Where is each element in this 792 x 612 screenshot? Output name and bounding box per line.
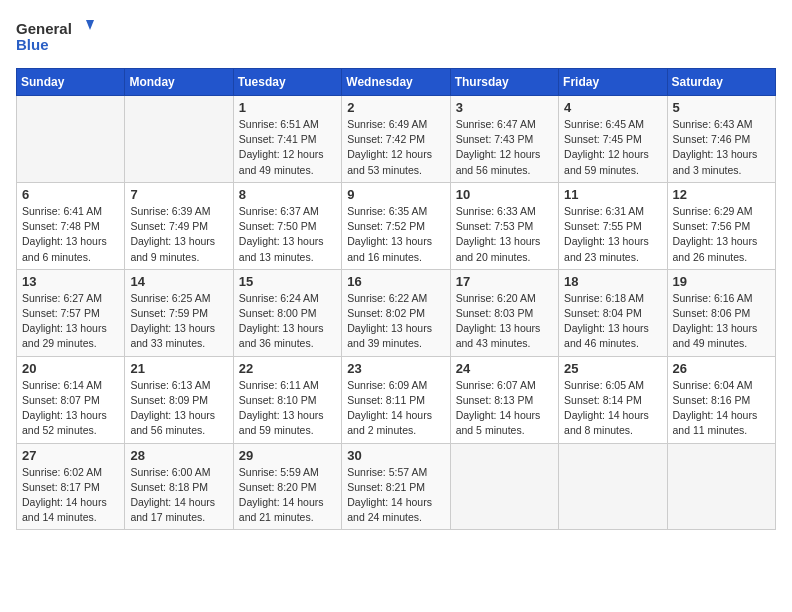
day-number: 27 bbox=[22, 448, 119, 463]
calendar-cell: 6Sunrise: 6:41 AMSunset: 7:48 PMDaylight… bbox=[17, 182, 125, 269]
calendar-week-row: 27Sunrise: 6:02 AMSunset: 8:17 PMDayligh… bbox=[17, 443, 776, 530]
calendar-cell bbox=[559, 443, 667, 530]
day-number: 1 bbox=[239, 100, 336, 115]
day-info: Sunrise: 6:20 AMSunset: 8:03 PMDaylight:… bbox=[456, 291, 553, 352]
calendar-cell: 30Sunrise: 5:57 AMSunset: 8:21 PMDayligh… bbox=[342, 443, 450, 530]
day-info: Sunrise: 6:37 AMSunset: 7:50 PMDaylight:… bbox=[239, 204, 336, 265]
calendar-cell: 28Sunrise: 6:00 AMSunset: 8:18 PMDayligh… bbox=[125, 443, 233, 530]
day-info: Sunrise: 6:24 AMSunset: 8:00 PMDaylight:… bbox=[239, 291, 336, 352]
weekday-header: Wednesday bbox=[342, 69, 450, 96]
day-info: Sunrise: 5:59 AMSunset: 8:20 PMDaylight:… bbox=[239, 465, 336, 526]
weekday-header: Thursday bbox=[450, 69, 558, 96]
day-number: 20 bbox=[22, 361, 119, 376]
day-number: 28 bbox=[130, 448, 227, 463]
day-number: 5 bbox=[673, 100, 770, 115]
day-info: Sunrise: 6:29 AMSunset: 7:56 PMDaylight:… bbox=[673, 204, 770, 265]
day-info: Sunrise: 6:13 AMSunset: 8:09 PMDaylight:… bbox=[130, 378, 227, 439]
day-number: 6 bbox=[22, 187, 119, 202]
day-info: Sunrise: 6:35 AMSunset: 7:52 PMDaylight:… bbox=[347, 204, 444, 265]
day-info: Sunrise: 6:11 AMSunset: 8:10 PMDaylight:… bbox=[239, 378, 336, 439]
day-info: Sunrise: 6:47 AMSunset: 7:43 PMDaylight:… bbox=[456, 117, 553, 178]
calendar-table: SundayMondayTuesdayWednesdayThursdayFrid… bbox=[16, 68, 776, 530]
calendar-cell: 2Sunrise: 6:49 AMSunset: 7:42 PMDaylight… bbox=[342, 96, 450, 183]
calendar-cell: 20Sunrise: 6:14 AMSunset: 8:07 PMDayligh… bbox=[17, 356, 125, 443]
calendar-cell: 21Sunrise: 6:13 AMSunset: 8:09 PMDayligh… bbox=[125, 356, 233, 443]
day-info: Sunrise: 5:57 AMSunset: 8:21 PMDaylight:… bbox=[347, 465, 444, 526]
day-number: 24 bbox=[456, 361, 553, 376]
day-number: 16 bbox=[347, 274, 444, 289]
calendar-cell: 23Sunrise: 6:09 AMSunset: 8:11 PMDayligh… bbox=[342, 356, 450, 443]
day-number: 15 bbox=[239, 274, 336, 289]
calendar-cell: 9Sunrise: 6:35 AMSunset: 7:52 PMDaylight… bbox=[342, 182, 450, 269]
logo-svg: General Blue bbox=[16, 16, 96, 56]
calendar-cell: 12Sunrise: 6:29 AMSunset: 7:56 PMDayligh… bbox=[667, 182, 775, 269]
day-info: Sunrise: 6:18 AMSunset: 8:04 PMDaylight:… bbox=[564, 291, 661, 352]
weekday-header-row: SundayMondayTuesdayWednesdayThursdayFrid… bbox=[17, 69, 776, 96]
day-info: Sunrise: 6:27 AMSunset: 7:57 PMDaylight:… bbox=[22, 291, 119, 352]
day-info: Sunrise: 6:51 AMSunset: 7:41 PMDaylight:… bbox=[239, 117, 336, 178]
calendar-cell: 7Sunrise: 6:39 AMSunset: 7:49 PMDaylight… bbox=[125, 182, 233, 269]
day-info: Sunrise: 6:22 AMSunset: 8:02 PMDaylight:… bbox=[347, 291, 444, 352]
calendar-cell: 27Sunrise: 6:02 AMSunset: 8:17 PMDayligh… bbox=[17, 443, 125, 530]
day-info: Sunrise: 6:16 AMSunset: 8:06 PMDaylight:… bbox=[673, 291, 770, 352]
day-number: 9 bbox=[347, 187, 444, 202]
calendar-cell: 10Sunrise: 6:33 AMSunset: 7:53 PMDayligh… bbox=[450, 182, 558, 269]
day-info: Sunrise: 6:41 AMSunset: 7:48 PMDaylight:… bbox=[22, 204, 119, 265]
day-number: 23 bbox=[347, 361, 444, 376]
day-number: 21 bbox=[130, 361, 227, 376]
calendar-cell: 16Sunrise: 6:22 AMSunset: 8:02 PMDayligh… bbox=[342, 269, 450, 356]
page-header: General Blue bbox=[16, 16, 776, 56]
day-number: 2 bbox=[347, 100, 444, 115]
day-number: 12 bbox=[673, 187, 770, 202]
calendar-cell bbox=[125, 96, 233, 183]
day-number: 14 bbox=[130, 274, 227, 289]
day-info: Sunrise: 6:31 AMSunset: 7:55 PMDaylight:… bbox=[564, 204, 661, 265]
svg-marker-1 bbox=[86, 20, 94, 30]
day-number: 4 bbox=[564, 100, 661, 115]
weekday-header: Monday bbox=[125, 69, 233, 96]
logo: General Blue bbox=[16, 16, 96, 56]
calendar-week-row: 13Sunrise: 6:27 AMSunset: 7:57 PMDayligh… bbox=[17, 269, 776, 356]
calendar-cell: 8Sunrise: 6:37 AMSunset: 7:50 PMDaylight… bbox=[233, 182, 341, 269]
weekday-header: Sunday bbox=[17, 69, 125, 96]
calendar-cell: 24Sunrise: 6:07 AMSunset: 8:13 PMDayligh… bbox=[450, 356, 558, 443]
svg-text:Blue: Blue bbox=[16, 36, 49, 53]
calendar-week-row: 1Sunrise: 6:51 AMSunset: 7:41 PMDaylight… bbox=[17, 96, 776, 183]
calendar-cell: 13Sunrise: 6:27 AMSunset: 7:57 PMDayligh… bbox=[17, 269, 125, 356]
calendar-week-row: 20Sunrise: 6:14 AMSunset: 8:07 PMDayligh… bbox=[17, 356, 776, 443]
day-number: 18 bbox=[564, 274, 661, 289]
weekday-header: Saturday bbox=[667, 69, 775, 96]
day-number: 19 bbox=[673, 274, 770, 289]
day-number: 10 bbox=[456, 187, 553, 202]
calendar-cell: 3Sunrise: 6:47 AMSunset: 7:43 PMDaylight… bbox=[450, 96, 558, 183]
calendar-cell bbox=[17, 96, 125, 183]
calendar-cell: 19Sunrise: 6:16 AMSunset: 8:06 PMDayligh… bbox=[667, 269, 775, 356]
day-info: Sunrise: 6:45 AMSunset: 7:45 PMDaylight:… bbox=[564, 117, 661, 178]
svg-text:General: General bbox=[16, 20, 72, 37]
calendar-cell: 18Sunrise: 6:18 AMSunset: 8:04 PMDayligh… bbox=[559, 269, 667, 356]
weekday-header: Tuesday bbox=[233, 69, 341, 96]
day-info: Sunrise: 6:43 AMSunset: 7:46 PMDaylight:… bbox=[673, 117, 770, 178]
day-info: Sunrise: 6:49 AMSunset: 7:42 PMDaylight:… bbox=[347, 117, 444, 178]
calendar-week-row: 6Sunrise: 6:41 AMSunset: 7:48 PMDaylight… bbox=[17, 182, 776, 269]
day-info: Sunrise: 6:00 AMSunset: 8:18 PMDaylight:… bbox=[130, 465, 227, 526]
day-number: 7 bbox=[130, 187, 227, 202]
calendar-cell bbox=[450, 443, 558, 530]
calendar-cell bbox=[667, 443, 775, 530]
day-number: 25 bbox=[564, 361, 661, 376]
weekday-header: Friday bbox=[559, 69, 667, 96]
day-info: Sunrise: 6:04 AMSunset: 8:16 PMDaylight:… bbox=[673, 378, 770, 439]
calendar-cell: 15Sunrise: 6:24 AMSunset: 8:00 PMDayligh… bbox=[233, 269, 341, 356]
day-number: 3 bbox=[456, 100, 553, 115]
day-info: Sunrise: 6:25 AMSunset: 7:59 PMDaylight:… bbox=[130, 291, 227, 352]
day-info: Sunrise: 6:33 AMSunset: 7:53 PMDaylight:… bbox=[456, 204, 553, 265]
calendar-cell: 29Sunrise: 5:59 AMSunset: 8:20 PMDayligh… bbox=[233, 443, 341, 530]
calendar-cell: 26Sunrise: 6:04 AMSunset: 8:16 PMDayligh… bbox=[667, 356, 775, 443]
calendar-cell: 11Sunrise: 6:31 AMSunset: 7:55 PMDayligh… bbox=[559, 182, 667, 269]
day-info: Sunrise: 6:07 AMSunset: 8:13 PMDaylight:… bbox=[456, 378, 553, 439]
day-info: Sunrise: 6:05 AMSunset: 8:14 PMDaylight:… bbox=[564, 378, 661, 439]
calendar-cell: 1Sunrise: 6:51 AMSunset: 7:41 PMDaylight… bbox=[233, 96, 341, 183]
calendar-cell: 5Sunrise: 6:43 AMSunset: 7:46 PMDaylight… bbox=[667, 96, 775, 183]
calendar-cell: 22Sunrise: 6:11 AMSunset: 8:10 PMDayligh… bbox=[233, 356, 341, 443]
calendar-cell: 25Sunrise: 6:05 AMSunset: 8:14 PMDayligh… bbox=[559, 356, 667, 443]
